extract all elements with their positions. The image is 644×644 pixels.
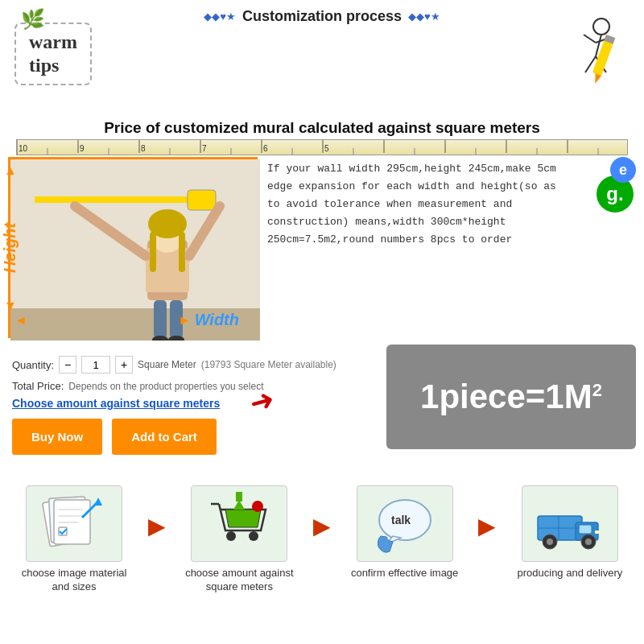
quantity-input[interactable] — [81, 356, 110, 374]
svg-text:5: 5 — [324, 144, 329, 153]
measurement-image-box: Height Width ▲ ▼ ◄ ► — [8, 157, 258, 338]
svg-text:talk: talk — [391, 514, 411, 526]
height-arrow-top: ▲ — [4, 163, 17, 178]
ruler-bar: 10 9 8 7 6 5 — [16, 139, 628, 155]
price-value: Depends on the product properties you se… — [68, 381, 263, 392]
svg-point-64 — [226, 531, 236, 541]
piece-badge: 1piece=1M2 — [386, 345, 636, 449]
svg-marker-63 — [225, 510, 261, 527]
step-arrow-2: ▶ — [313, 513, 331, 539]
width-arrow-left: ◄ — [14, 313, 27, 328]
svg-rect-74 — [579, 525, 592, 534]
svg-point-0 — [593, 19, 609, 35]
svg-point-76 — [547, 539, 553, 545]
svg-text:8: 8 — [141, 144, 146, 153]
header-deco-right: ◆◆♥★ — [408, 10, 440, 23]
step-1: choose image material and sizes — [16, 485, 133, 594]
width-arrow-right: ► — [178, 313, 191, 328]
step-1-label: choose image material and sizes — [16, 567, 133, 594]
quantity-row: Quantity: − + Square Meter (19793 Square… — [12, 356, 336, 374]
page-title: Price of customized mural calculated aga… — [0, 119, 644, 137]
svg-point-78 — [585, 539, 592, 545]
e-circle: e — [610, 157, 636, 183]
eg-badge-container: e g. — [578, 157, 636, 215]
svg-marker-7 — [592, 73, 602, 85]
warm-tips-text: warm tips — [29, 31, 77, 77]
step-2-label: choose amount against square meters — [181, 567, 298, 594]
svg-rect-46 — [179, 232, 185, 272]
step-3: talk confirm effective image — [346, 485, 463, 580]
header-title: Customization process — [242, 8, 402, 25]
piece-badge-text: 1piece=1M2 — [420, 378, 602, 416]
buy-now-button[interactable]: Buy Now — [12, 419, 102, 455]
price-label: Total Price: — [12, 380, 64, 392]
choose-text: Choose amount against square meters — [12, 396, 220, 411]
svg-rect-79 — [595, 530, 599, 534]
main-content: Height Width ▲ ▼ ◄ ► — [8, 157, 636, 338]
pencil-illustration — [551, 12, 632, 101]
height-label: Height — [1, 222, 19, 272]
svg-text:7: 7 — [202, 144, 207, 153]
svg-point-65 — [249, 531, 258, 541]
step-arrow-3: ▶ — [478, 513, 496, 539]
flower-decoration: 🌿 — [21, 8, 45, 31]
quantity-plus-btn[interactable]: + — [115, 356, 133, 374]
add-to-cart-button[interactable]: Add to Cart — [112, 419, 217, 455]
svg-point-66 — [252, 501, 263, 512]
description-section: e g. If your wall width 295cm,height 245… — [267, 157, 636, 338]
steps-section: choose image material and sizes ▶ choos — [0, 479, 644, 601]
svg-text:9: 9 — [80, 144, 85, 153]
step-1-icon-box — [26, 485, 122, 562]
svg-line-4 — [584, 35, 596, 43]
step-4: producing and delivery — [511, 485, 628, 580]
button-row: Buy Now Add to Cart — [12, 419, 217, 455]
height-arrow-bottom: ▼ — [4, 299, 17, 313]
svg-marker-61 — [94, 497, 102, 506]
header-deco-left: ◆◆♥★ — [204, 10, 236, 23]
step-arrow-1: ▶ — [148, 513, 166, 539]
svg-rect-68 — [236, 492, 242, 502]
page-title-section: Price of customized mural calculated aga… — [0, 119, 644, 155]
width-label: Width — [195, 311, 239, 329]
step-2: choose amount against square meters — [181, 485, 298, 594]
quantity-unit: Square Meter — [138, 359, 196, 370]
svg-text:10: 10 — [19, 144, 28, 153]
svg-rect-49 — [154, 300, 167, 339]
step-3-label: confirm effective image — [351, 567, 458, 580]
warm-tips-box: 🌿 warm tips — [14, 23, 92, 85]
svg-rect-37 — [10, 159, 260, 308]
svg-text:6: 6 — [263, 144, 268, 153]
step-3-icon-box: talk — [357, 485, 453, 562]
quantity-minus-btn[interactable]: − — [59, 356, 76, 374]
step-4-label: producing and delivery — [518, 567, 623, 580]
svg-rect-45 — [150, 232, 156, 272]
red-arrow-decoration: ➜ — [246, 382, 278, 421]
svg-rect-40 — [188, 190, 216, 210]
step-4-icon-box — [522, 485, 618, 562]
price-row: Total Price: Depends on the product prop… — [12, 380, 263, 392]
step-2-icon-box — [191, 485, 287, 562]
quantity-available: (19793 Square Meter available) — [201, 359, 336, 370]
quantity-label: Quantity: — [12, 359, 54, 371]
